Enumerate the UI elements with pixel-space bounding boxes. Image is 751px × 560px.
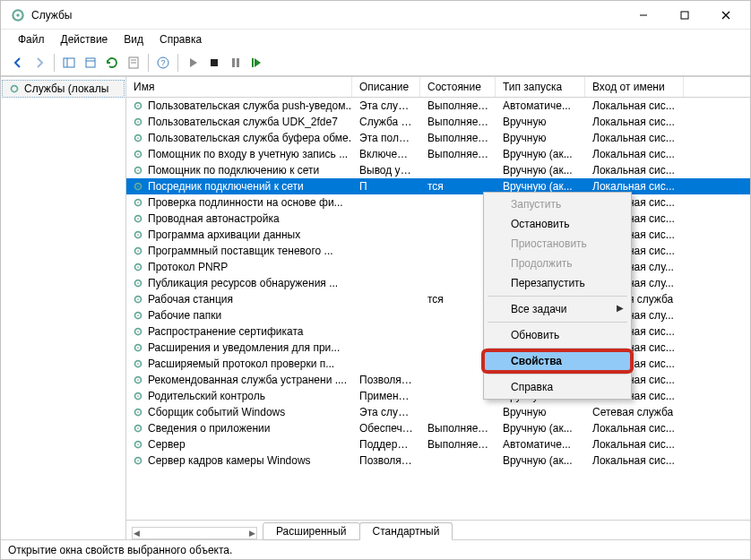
ctx-restart[interactable]: Перезапустить: [484, 273, 631, 293]
tree-item-services-local[interactable]: Службы (локалы: [2, 80, 125, 98]
service-row[interactable]: Публикация ресурсов обнаружения ...Вручн…: [126, 275, 750, 291]
svg-point-59: [137, 395, 139, 397]
maximize-button[interactable]: [664, 1, 705, 29]
svg-rect-20: [252, 58, 254, 67]
service-row[interactable]: Посредник подключений к сетиПтсяВручную …: [126, 178, 750, 194]
service-row[interactable]: Помощник по подключению к сетиВывод уве.…: [126, 162, 750, 178]
close-button[interactable]: [705, 1, 747, 29]
horizontal-scrollbar[interactable]: ◀▶: [132, 527, 257, 539]
service-name: Посредник подключений к сети: [148, 180, 304, 193]
col-start[interactable]: Тип запуска: [496, 77, 585, 97]
tree-item-label: Службы (локалы: [24, 82, 108, 95]
svg-point-57: [137, 379, 139, 381]
service-row[interactable]: Расширения и уведомления для при...Вручн…: [126, 340, 750, 356]
restart-service-button[interactable]: [247, 53, 267, 73]
ctx-pause[interactable]: Приостановить: [484, 234, 631, 254]
svg-point-23: [137, 105, 139, 107]
service-row[interactable]: Рекомендованная служба устранени ....Поз…: [126, 372, 750, 388]
service-logon: Локальная сис...: [585, 180, 684, 193]
col-state[interactable]: Состояние: [420, 77, 496, 97]
nav-forward-button[interactable]: [30, 53, 49, 73]
service-row[interactable]: Проверка подлинности на основе фи...Вруч…: [126, 194, 750, 211]
refresh-button[interactable]: [102, 53, 122, 73]
svg-rect-8: [86, 58, 95, 67]
ctx-refresh[interactable]: Обновить: [484, 325, 631, 345]
service-row[interactable]: Помощник по входу в учетную запись ...Вк…: [126, 146, 750, 162]
ctx-all-tasks[interactable]: Все задачи▶: [484, 299, 631, 319]
start-service-button[interactable]: [183, 53, 203, 73]
ctx-help[interactable]: Справка: [484, 377, 631, 397]
help-button[interactable]: ?: [153, 53, 173, 73]
gear-icon: [132, 164, 144, 177]
service-name: Программа архивации данных: [148, 228, 300, 241]
gear-icon: [132, 116, 144, 128]
service-row[interactable]: Проводная автонастройкаВручнуюЛокальная …: [126, 211, 750, 227]
statusbar: Открытие окна свойств выбранного объекта…: [1, 539, 750, 559]
export-list-button[interactable]: [81, 53, 100, 73]
service-desc: Служба ко...: [352, 116, 420, 128]
service-row[interactable]: Сервер кадров камеры WindowsПозволяет...…: [126, 452, 750, 469]
service-row[interactable]: Пользовательская служба push-уведом...Эт…: [126, 98, 750, 114]
svg-point-29: [137, 153, 139, 155]
gear-icon: [132, 277, 144, 289]
column-headers: Имя Описание Состояние Тип запуска Вход …: [126, 77, 750, 98]
service-logon: Локальная сис...: [585, 99, 684, 112]
service-row[interactable]: Сборщик событий WindowsЭта служб...Вручн…: [126, 404, 750, 420]
minimize-button[interactable]: [623, 1, 664, 29]
gear-icon: [132, 309, 144, 322]
menu-action[interactable]: Действие: [53, 31, 117, 47]
service-name: Распространение сертификата: [148, 325, 303, 338]
ctx-properties[interactable]: Свойства: [484, 351, 631, 371]
col-logon[interactable]: Вход от имени: [585, 77, 684, 97]
gear-icon: [132, 132, 144, 144]
service-desc: Поддержк...: [352, 438, 420, 451]
service-row[interactable]: Рабочая станциятсяАвтоматиче...Сетевая с…: [126, 291, 750, 307]
col-desc[interactable]: Описание: [352, 77, 420, 97]
ctx-start[interactable]: Запустить: [484, 194, 631, 214]
service-row[interactable]: Родительский контрольПримене...ВручнуюЛо…: [126, 388, 750, 404]
ctx-stop[interactable]: Остановить: [484, 214, 631, 234]
tab-standard[interactable]: Стандартный: [359, 522, 453, 540]
service-row[interactable]: Рабочие папкиВручнуюЛокальная слу...: [126, 307, 750, 323]
service-row[interactable]: Сведения о приложенииОбеспечи...Выполняе…: [126, 420, 750, 436]
gear-icon: [132, 358, 144, 370]
service-row[interactable]: Расширяемый протокол проверки п...Вручну…: [126, 356, 750, 372]
window-title: Службы: [31, 9, 72, 22]
service-row[interactable]: Распространение сертификатаВручную (ак..…: [126, 323, 750, 340]
service-state: Выполняется: [420, 148, 496, 160]
nav-back-button[interactable]: [8, 53, 28, 73]
svg-point-25: [137, 121, 139, 123]
svg-point-47: [137, 298, 139, 300]
service-start: Вручную (ак...: [496, 180, 585, 193]
svg-marker-15: [190, 58, 197, 67]
service-start: Вручную (ак...: [496, 164, 585, 177]
menu-view[interactable]: Вид: [116, 31, 151, 47]
service-name: Сервер кадров камеры Windows: [148, 454, 311, 467]
col-name[interactable]: Имя: [126, 77, 352, 97]
service-state: тся: [420, 180, 496, 193]
show-hide-console-tree-button[interactable]: [59, 53, 79, 73]
svg-rect-3: [681, 12, 688, 19]
service-name: Пользовательская служба push-уведом...: [148, 99, 352, 112]
service-row[interactable]: Программа архивации данныхВручнуюЛокальн…: [126, 227, 750, 243]
service-row[interactable]: Пользовательская служба UDK_2fde7Служба …: [126, 114, 750, 130]
tab-extended[interactable]: Расширенный: [263, 522, 360, 540]
service-row[interactable]: СерверПоддержк...ВыполняетсяАвтоматиче..…: [126, 436, 750, 452]
svg-rect-18: [237, 58, 239, 67]
pause-service-button[interactable]: [226, 53, 246, 73]
properties-button[interactable]: [124, 53, 143, 73]
service-row[interactable]: Программный поставщик теневого ...Вручну…: [126, 243, 750, 259]
service-state: Выполняется: [420, 99, 496, 112]
menu-help[interactable]: Справка: [151, 31, 210, 47]
service-row[interactable]: Протокол PNRPВручнуюЛокальная слу...: [126, 259, 750, 275]
ctx-resume[interactable]: Продолжить: [484, 254, 631, 273]
service-desc: Включени...: [352, 148, 420, 160]
service-row[interactable]: Пользовательская служба буфера обме...Эт…: [126, 130, 750, 146]
bottom-tabs: ◀▶ Расширенный Стандартный: [126, 520, 750, 539]
svg-point-33: [137, 185, 139, 187]
menu-file[interactable]: Файл: [10, 31, 53, 47]
service-desc: Обеспечи...: [352, 422, 420, 435]
gear-icon: [132, 228, 144, 241]
svg-point-39: [137, 234, 139, 236]
stop-service-button[interactable]: [204, 53, 224, 73]
